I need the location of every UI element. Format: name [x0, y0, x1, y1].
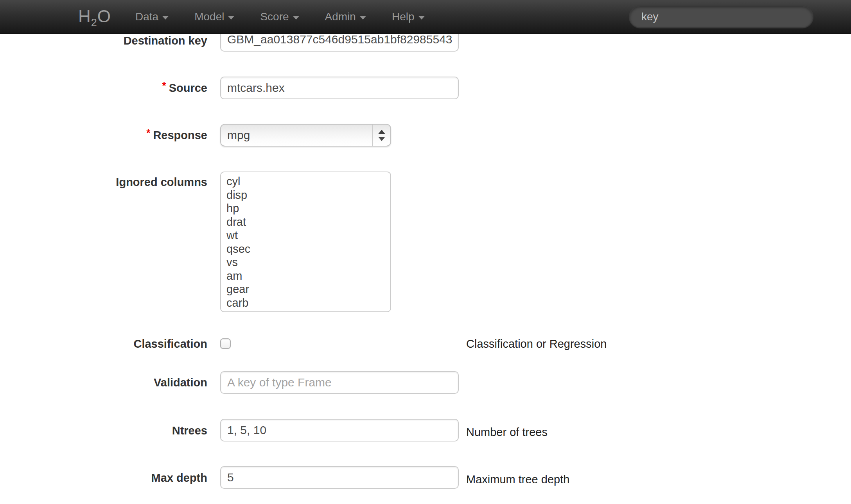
- validation-label: Validation: [0, 376, 207, 389]
- source-label: *Source: [0, 82, 207, 95]
- listbox-option-wt[interactable]: wt: [221, 229, 390, 242]
- nav-menu-model-label: Model: [194, 11, 224, 23]
- nav-menu-help[interactable]: Help: [392, 11, 425, 23]
- nav-menu-admin[interactable]: Admin: [325, 11, 366, 23]
- listbox-option-carb[interactable]: carb: [221, 296, 390, 310]
- logo-2: 2: [91, 17, 97, 29]
- nav-menu-score[interactable]: Score: [260, 11, 299, 23]
- logo-o: O: [97, 7, 111, 26]
- listbox-option-am[interactable]: am: [221, 269, 390, 283]
- listbox-option-vs[interactable]: vs: [221, 256, 390, 269]
- listbox-option-cyl[interactable]: cyl: [221, 175, 390, 188]
- ntrees-help-text: Number of trees: [466, 426, 548, 438]
- nav-menu-data-label: Data: [135, 11, 158, 23]
- caret-down-icon: [293, 16, 299, 20]
- nav-menu: Data Model Score Admin Help: [135, 0, 425, 34]
- classification-label-text: Classification: [133, 338, 207, 350]
- h2o-logo[interactable]: H2O: [78, 0, 111, 34]
- ignored-columns-label: Ignored columns: [0, 176, 207, 188]
- destination-key-label: Destination key: [0, 34, 207, 47]
- select-spinner: [372, 125, 390, 146]
- caret-down-icon: [228, 16, 234, 20]
- response-select[interactable]: mpg: [220, 124, 391, 147]
- listbox-option-qsec[interactable]: qsec: [221, 242, 390, 256]
- nav-menu-data[interactable]: Data: [135, 11, 169, 23]
- classification-label: Classification: [0, 338, 207, 350]
- max-depth-input[interactable]: [220, 466, 459, 489]
- classification-help-text: Classification or Regression: [466, 338, 607, 350]
- ntrees-label-text: Ntrees: [172, 424, 207, 437]
- nav-menu-model[interactable]: Model: [194, 11, 234, 23]
- listbox-option-disp[interactable]: disp: [221, 188, 390, 202]
- max-depth-label-text: Max depth: [151, 472, 207, 484]
- source-input[interactable]: [220, 77, 459, 99]
- logo-h: H: [78, 7, 91, 26]
- listbox-option-drat[interactable]: drat: [221, 215, 390, 229]
- nav-menu-admin-label: Admin: [325, 11, 356, 23]
- validation-input[interactable]: [220, 371, 459, 394]
- navbar-search-input[interactable]: [629, 5, 813, 28]
- ntrees-input[interactable]: [220, 419, 459, 441]
- ignored-columns-label-text: Ignored columns: [116, 176, 207, 188]
- response-label: *Response: [0, 129, 207, 142]
- max-depth-label: Max depth: [0, 472, 207, 484]
- response-select-value: mpg: [221, 129, 372, 142]
- ntrees-label: Ntrees: [0, 424, 207, 437]
- required-asterisk: *: [162, 80, 166, 91]
- top-navbar: H2O Data Model Score Admin Help: [0, 0, 851, 34]
- validation-label-text: Validation: [154, 376, 207, 389]
- response-label-text: Response: [153, 129, 207, 141]
- caret-down-icon: [418, 16, 425, 20]
- listbox-option-gear[interactable]: gear: [221, 282, 390, 296]
- required-asterisk: *: [146, 127, 150, 139]
- source-label-text: Source: [169, 82, 207, 94]
- ignored-columns-listbox[interactable]: cyl disp hp drat wt qsec vs am gear carb: [220, 172, 391, 312]
- nav-menu-help-label: Help: [392, 11, 415, 23]
- listbox-option-hp[interactable]: hp: [221, 202, 390, 215]
- max-depth-help-text: Maximum tree depth: [466, 473, 569, 486]
- gbm-model-builder-page: Destination key *Source *Response mpg Ig…: [0, 0, 851, 504]
- nav-menu-score-label: Score: [260, 11, 289, 23]
- stepper-down-icon: [378, 137, 385, 141]
- stepper-up-icon: [378, 130, 385, 134]
- destination-key-label-text: Destination key: [124, 34, 207, 47]
- classification-checkbox[interactable]: [220, 338, 231, 349]
- caret-down-icon: [360, 16, 366, 20]
- caret-down-icon: [162, 16, 169, 20]
